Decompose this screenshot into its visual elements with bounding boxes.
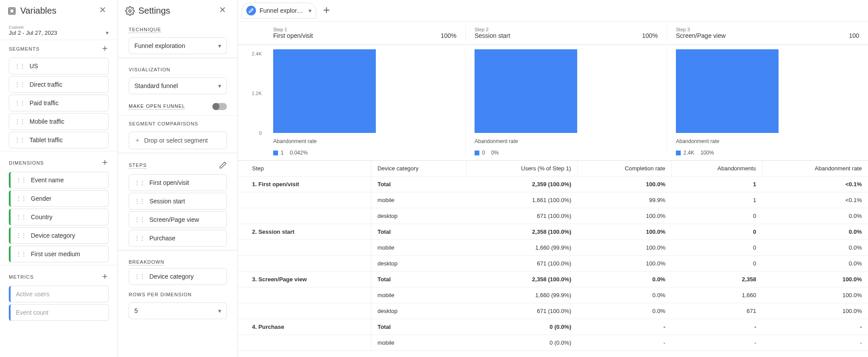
table-row: 2. Session startTotal2,358 (100.0%)100.0… bbox=[238, 224, 868, 240]
technique-label: TECHNIQUE bbox=[118, 22, 237, 34]
table-header[interactable]: Users (% of Step 1) bbox=[466, 161, 577, 177]
grip-icon: ⋮⋮ bbox=[134, 235, 145, 241]
add-segment-button[interactable] bbox=[101, 44, 109, 53]
breakdown-label: BREAKDOWN bbox=[118, 254, 237, 266]
funnel-bar: Abandonment rate 10.042% bbox=[264, 49, 465, 156]
funnel-step-header: Step 2 Session start 100% bbox=[465, 25, 667, 41]
variables-title: Variables bbox=[20, 6, 56, 16]
dimension-chip[interactable]: ⋮⋮Country bbox=[9, 209, 109, 225]
add-tab-button[interactable] bbox=[322, 5, 331, 16]
table-row: mobile1,660 (99.9%)0.0%1,660100.0% bbox=[238, 287, 868, 303]
chart-y-axis: 2.4K 1.2K 0 bbox=[242, 49, 264, 137]
step-chip[interactable]: ⋮⋮Purchase bbox=[129, 230, 227, 247]
edit-steps-button[interactable] bbox=[219, 161, 227, 170]
rows-per-dimension-label: ROWS PER DIMENSION bbox=[118, 287, 237, 299]
chevron-down-icon: ▾ bbox=[218, 42, 221, 49]
plus-icon bbox=[101, 44, 109, 52]
main-area: Funnel explor… ▾ Step 1 First open/visit… bbox=[238, 0, 868, 357]
close-icon bbox=[98, 5, 107, 14]
grip-icon: ⋮⋮ bbox=[134, 273, 145, 280]
funnel-step-header: Step 1 First open/visit 100% bbox=[264, 25, 465, 41]
visualization-label: VISUALIZATION bbox=[118, 62, 237, 74]
plus-icon bbox=[101, 272, 109, 280]
funnel-bar: Abandonment rate 00% bbox=[465, 49, 667, 156]
metric-chip[interactable]: Event count bbox=[9, 304, 109, 321]
segment-chip[interactable]: ⋮⋮Paid traffic bbox=[9, 95, 109, 111]
grip-icon: ⋮⋮ bbox=[15, 81, 25, 88]
svg-point-2 bbox=[129, 10, 131, 12]
dimension-chip[interactable]: ⋮⋮Event name bbox=[9, 172, 109, 188]
funnel-step-headers: Step 1 First open/visit 100% Step 2 Sess… bbox=[238, 22, 868, 45]
abandonment-rate-label: Abandonment rate bbox=[676, 138, 859, 144]
funnel-bar: Abandonment rate 2.4K100% bbox=[667, 49, 868, 156]
grip-icon: ⋮⋮ bbox=[16, 232, 26, 239]
svg-rect-1 bbox=[10, 9, 14, 13]
funnel-step-header: Step 3 Screen/Page view 100 bbox=[667, 25, 868, 41]
grip-icon: ⋮⋮ bbox=[15, 118, 25, 125]
funnel-chart: 2.4K 1.2K 0 Abandonment rate 10.042% Aba… bbox=[238, 45, 868, 161]
variables-panel: Variables Custom Jul 2 - Jul 27, 2023 ▾ … bbox=[0, 0, 118, 357]
segment-chip[interactable]: ⋮⋮US bbox=[9, 58, 109, 74]
date-range-value: Jul 2 - Jul 27, 2023 bbox=[9, 29, 57, 36]
technique-select[interactable]: Funnel exploration ▾ bbox=[129, 37, 227, 54]
abandonment-rate-label: Abandonment rate bbox=[273, 138, 456, 144]
add-metric-button[interactable] bbox=[101, 272, 109, 281]
breakdown-chip[interactable]: ⋮⋮ Device category bbox=[129, 268, 227, 285]
rows-per-dimension-select[interactable]: 5 ▾ bbox=[129, 302, 227, 319]
open-funnel-toggle[interactable] bbox=[213, 103, 227, 110]
gear-icon bbox=[125, 6, 135, 16]
pencil-icon bbox=[246, 6, 256, 15]
table-header[interactable]: Abandonment rate bbox=[762, 161, 868, 177]
segment-chip[interactable]: ⋮⋮Mobile traffic bbox=[9, 113, 109, 130]
table-header[interactable]: Completion rate bbox=[577, 161, 671, 177]
visualization-select[interactable]: Standard funnel ▾ bbox=[129, 77, 227, 94]
metrics-section-header: METRICS bbox=[0, 268, 118, 284]
grip-icon: ⋮⋮ bbox=[16, 177, 26, 183]
grip-icon: ⋮⋮ bbox=[134, 198, 145, 204]
date-range-picker[interactable]: Custom Jul 2 - Jul 27, 2023 ▾ bbox=[0, 22, 118, 40]
step-chip[interactable]: ⋮⋮Session start bbox=[129, 193, 227, 210]
segments-section-header: SEGMENTS bbox=[0, 40, 118, 56]
grip-icon: ⋮⋮ bbox=[15, 137, 25, 143]
dimension-chip[interactable]: ⋮⋮Device category bbox=[9, 227, 109, 244]
table-row: desktop671 (100.0%)0.0%671100.0% bbox=[238, 303, 868, 319]
variables-header: Variables bbox=[0, 0, 118, 22]
step-chip[interactable]: ⋮⋮Screen/Page view bbox=[129, 211, 227, 228]
chevron-down-icon: ▾ bbox=[308, 7, 312, 14]
table-row: mobile1,660 (99.9%)100.0%00.0% bbox=[238, 240, 868, 256]
grip-icon: ⋮⋮ bbox=[15, 100, 25, 106]
grip-icon: ⋮⋮ bbox=[15, 63, 25, 69]
table-header[interactable]: Step bbox=[238, 161, 371, 177]
plus-icon bbox=[101, 158, 109, 166]
plus-icon: ＋ bbox=[134, 136, 141, 144]
table-row: desktop671 (100.0%)100.0%00.0% bbox=[238, 208, 868, 224]
dimension-chip[interactable]: ⋮⋮Gender bbox=[9, 190, 109, 207]
table-header[interactable]: Device category bbox=[371, 161, 466, 177]
chevron-down-icon: ▾ bbox=[218, 307, 221, 314]
close-variables-button[interactable] bbox=[98, 5, 111, 16]
funnel-table: StepDevice categoryUsers (% of Step 1)Co… bbox=[238, 161, 868, 351]
plus-icon bbox=[322, 5, 331, 15]
metric-chip[interactable]: Active users bbox=[9, 286, 109, 302]
grip-icon: ⋮⋮ bbox=[134, 217, 145, 223]
steps-section-header: STEPS bbox=[118, 157, 237, 173]
date-range-label: Custom bbox=[9, 25, 109, 29]
drop-segment-area[interactable]: ＋ Drop or select segment bbox=[129, 132, 227, 149]
grip-icon: ⋮⋮ bbox=[16, 251, 26, 257]
segment-chip[interactable]: ⋮⋮Direct traffic bbox=[9, 76, 109, 93]
tab-funnel-exploration[interactable]: Funnel explor… ▾ bbox=[241, 3, 316, 18]
close-settings-button[interactable] bbox=[218, 5, 230, 16]
open-funnel-row: MAKE OPEN FUNNEL bbox=[118, 98, 237, 116]
grip-icon: ⋮⋮ bbox=[16, 214, 26, 220]
dimension-chip[interactable]: ⋮⋮First user medium bbox=[9, 246, 109, 262]
variables-icon bbox=[7, 6, 17, 16]
step-chip[interactable]: ⋮⋮First open/visit bbox=[129, 174, 227, 191]
segment-chip[interactable]: ⋮⋮Tablet traffic bbox=[9, 132, 109, 148]
table-row: 4. PurchaseTotal0 (0.0%)--- bbox=[238, 319, 868, 335]
table-header[interactable]: Abandonments bbox=[671, 161, 762, 177]
table-row: mobile0 (0.0%)--- bbox=[238, 335, 868, 351]
dimensions-section-header: DIMENSIONS bbox=[0, 154, 118, 170]
table-row: 3. Screen/Page viewTotal2,358 (100.0%)0.… bbox=[238, 272, 868, 287]
add-dimension-button[interactable] bbox=[101, 158, 109, 167]
chevron-down-icon: ▾ bbox=[106, 29, 109, 36]
